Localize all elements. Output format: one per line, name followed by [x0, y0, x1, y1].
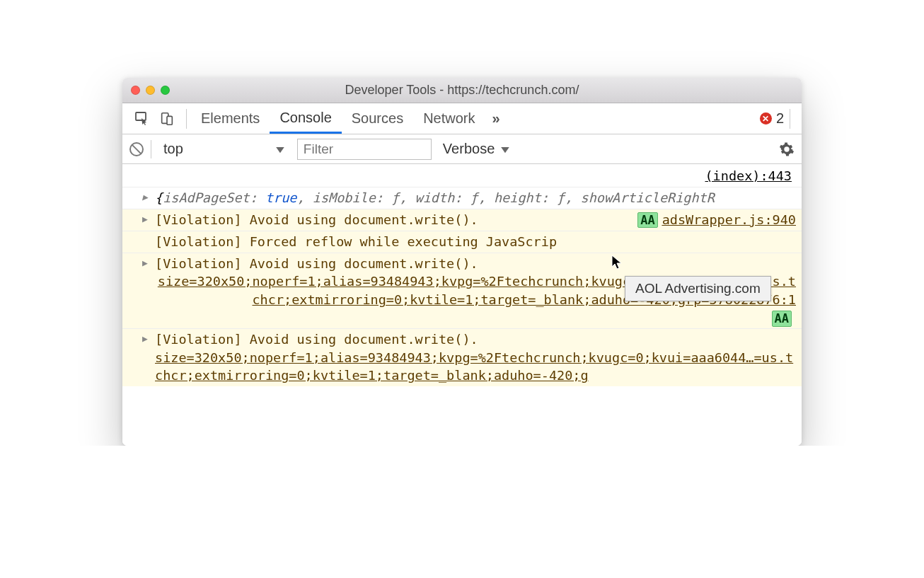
console-row-source: (index):443 — [122, 164, 802, 187]
titlebar: Developer Tools - https://techcrunch.com… — [122, 78, 802, 103]
violation-text: [Violation] Avoid using document.write()… — [155, 212, 478, 227]
inspect-element-icon[interactable] — [134, 110, 151, 127]
chevron-down-icon: ▼ — [273, 144, 287, 155]
filter-input[interactable] — [297, 139, 432, 160]
violation-text: [Violation] Avoid using document.write()… — [155, 256, 478, 271]
source-link[interactable]: size=320x50;noperf=1;alias=93484943;kvpg… — [155, 349, 796, 386]
object-value: true — [265, 190, 297, 205]
tab-elements[interactable]: Elements — [191, 103, 270, 134]
disclosure-triangle[interactable]: ▶ — [142, 333, 148, 345]
tab-console[interactable]: Console — [270, 103, 341, 134]
error-count: 2 — [776, 110, 784, 127]
disclosure-triangle[interactable]: ▶ — [142, 257, 148, 270]
context-label: top — [163, 141, 270, 157]
close-button[interactable] — [131, 86, 140, 95]
console-row-violation: ▶ [Violation] Avoid using document.write… — [122, 328, 802, 387]
tab-network[interactable]: Network — [413, 103, 485, 134]
tooltip: AOL Advertising.com — [625, 276, 771, 301]
error-badge[interactable]: ✕ 2 — [760, 110, 784, 127]
object-key: isAdPageSet: — [163, 190, 258, 205]
function-glyph: ƒ — [391, 190, 399, 205]
function-glyph: ƒ — [470, 190, 478, 205]
minimize-button[interactable] — [146, 86, 155, 95]
ad-badge[interactable]: AA — [637, 212, 657, 228]
console-output: (index):443 ▶ {isAdPageSet: true, isMobi… — [122, 164, 802, 446]
function-glyph: ƒ — [557, 190, 565, 205]
console-row-object: ▶ {isAdPageSet: true, isMobile: ƒ, width… — [122, 187, 802, 209]
chevron-down-icon: ▼ — [498, 144, 512, 155]
divider — [790, 109, 790, 129]
source-link[interactable]: adsWrapper.js:940 — [662, 212, 796, 227]
violation-text: [Violation] Forced reflow while executin… — [155, 234, 557, 249]
level-selector[interactable]: Verbose ▼ — [439, 139, 514, 158]
window-title: Developer Tools - https://techcrunch.com… — [122, 83, 802, 98]
console-toolbar: top ▼ Verbose ▼ — [122, 134, 802, 164]
traffic-lights — [131, 86, 170, 95]
violation-text: [Violation] Avoid using document.write()… — [155, 332, 478, 347]
object-key: showArticleRightR — [581, 190, 715, 205]
object-key: isMobile: — [313, 190, 383, 205]
tabs-overflow[interactable]: » — [485, 103, 507, 134]
divider — [186, 109, 187, 129]
zoom-button[interactable] — [161, 86, 170, 95]
console-row-violation: ▶ [Violation] Avoid using document.write… — [122, 209, 802, 231]
context-selector[interactable]: top ▼ — [158, 139, 290, 159]
devtools-window: Developer Tools - https://techcrunch.com… — [122, 78, 802, 446]
svg-rect-0 — [136, 112, 146, 120]
error-icon: ✕ — [760, 112, 772, 125]
svg-rect-2 — [167, 116, 172, 125]
ad-badge[interactable]: AA — [772, 311, 792, 326]
console-row-violation: [Violation] Forced reflow while executin… — [122, 231, 802, 253]
clear-console-icon[interactable] — [129, 142, 144, 156]
device-toggle-icon[interactable] — [159, 111, 175, 127]
disclosure-triangle[interactable]: ▶ — [142, 191, 148, 204]
settings-icon[interactable] — [779, 141, 795, 157]
object-key: height: — [494, 190, 549, 205]
disclosure-triangle[interactable]: ▶ — [142, 213, 148, 226]
brace: { — [155, 190, 163, 205]
tab-sources[interactable]: Sources — [342, 103, 413, 134]
main-tabbar: Elements Console Sources Network » ✕ 2 — [122, 103, 802, 134]
object-key: width: — [415, 190, 463, 205]
source-link[interactable]: (index):443 — [705, 168, 792, 183]
divider — [151, 140, 151, 158]
level-label: Verbose — [443, 141, 495, 157]
